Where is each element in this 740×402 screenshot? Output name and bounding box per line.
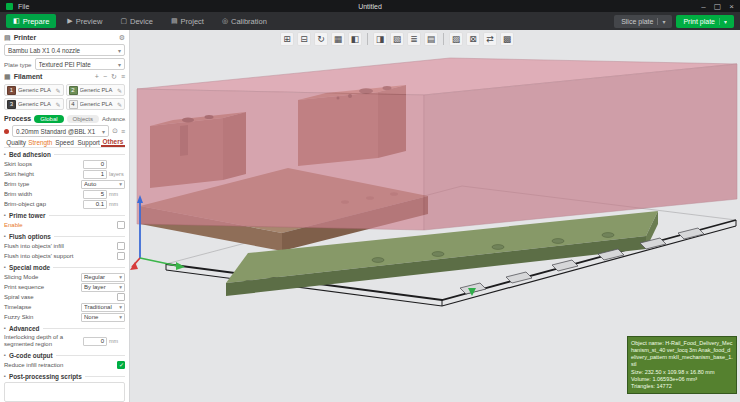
timelapse-select[interactable]: Traditional▾ — [81, 303, 125, 312]
printer-select[interactable]: Bambu Lab X1 0.4 nozzle ▾ — [4, 44, 125, 56]
filament-section-header: ▦ Filament + − ↻ ≡ — [4, 71, 125, 82]
group-title: Advanced — [9, 325, 40, 332]
search-icon[interactable]: ⊙ — [112, 127, 118, 135]
remove-filament-button[interactable]: − — [103, 73, 107, 81]
edit-filament-icon[interactable]: ✎ — [55, 87, 60, 94]
setting-label: Slicing Mode — [4, 274, 79, 281]
close-button[interactable]: × — [729, 2, 734, 11]
tooltip-triangles: Triangles: 14772 — [631, 383, 733, 390]
setting-label: Brim width — [4, 191, 81, 198]
setting-label: Brim type — [4, 181, 79, 188]
filament-slot-1[interactable]: 1 Generic PLA ✎ — [4, 84, 64, 96]
support-paint-icon[interactable]: ▤ — [424, 32, 438, 46]
add-filament-button[interactable]: + — [95, 73, 99, 81]
printer-settings-icon[interactable]: ⚙ — [119, 34, 125, 42]
preset-modified-dot — [4, 129, 9, 134]
filament-slot-2[interactable]: 2 Generic PLA ✎ — [66, 84, 126, 96]
pink-modifier-object[interactable] — [137, 58, 737, 230]
skirt-height-input[interactable]: 1 — [83, 170, 107, 179]
group-title: Bed adhesion — [9, 151, 51, 158]
filament-color-swatch: 1 — [7, 86, 16, 95]
file-menu[interactable]: File — [18, 3, 29, 10]
split-objects-icon[interactable]: ◧ — [348, 32, 362, 46]
process-preset-select[interactable]: 0.20mm Standard @BBL X1 ▾ — [12, 125, 109, 137]
print-plate-button[interactable]: Print plate ▾ — [676, 15, 734, 28]
group-prime-tower: ▪ Prime tower — [4, 210, 125, 220]
prime-tower-enable-checkbox[interactable] — [117, 221, 125, 229]
auto-orient-icon[interactable]: ↻ — [314, 32, 328, 46]
filament-color-swatch: 3 — [7, 100, 16, 109]
plate-type-select[interactable]: Textured PEI Plate ▾ — [35, 58, 125, 70]
chevron-down-icon: ▾ — [119, 304, 122, 310]
group-icon: ▪ — [4, 212, 6, 218]
filament-slot-4[interactable]: 4 Generic PLA ✎ — [66, 98, 126, 110]
filament-list-icon[interactable]: ≡ — [121, 73, 125, 81]
skirt-loops-input[interactable]: 0 — [83, 160, 107, 169]
flush-support-checkbox[interactable] — [117, 252, 125, 260]
printer-icon: ▤ — [4, 34, 11, 42]
select-value: By layer — [84, 284, 119, 290]
unit-label: layers — [109, 171, 125, 177]
measure-icon[interactable]: ⇄ — [483, 32, 497, 46]
brim-object-gap-input[interactable]: 0.1 — [83, 200, 107, 209]
filament-slot-3[interactable]: 3 Generic PLA ✎ — [4, 98, 64, 110]
chevron-down-icon: ▾ — [119, 314, 122, 320]
plate-type-value: Textured PEI Plate — [39, 61, 118, 68]
tab-support[interactable]: Support — [77, 139, 101, 146]
setting-label: Fuzzy Skin — [4, 314, 79, 321]
interlocking-depth-input[interactable]: 0 — [83, 337, 107, 346]
group-icon: ▪ — [4, 352, 6, 358]
tab-quality[interactable]: Quality — [4, 139, 28, 146]
tab-project[interactable]: ▤ Project — [164, 14, 211, 28]
tab-preview[interactable]: ▶ Preview — [60, 14, 109, 28]
assembly-view-icon[interactable]: ▩ — [500, 32, 514, 46]
group-title: Flush options — [9, 233, 51, 240]
process-global-toggle[interactable]: Global — [34, 115, 63, 123]
fuzzy-skin-select[interactable]: None▾ — [81, 313, 125, 322]
tab-prepare[interactable]: ◧ Prepare — [6, 14, 56, 28]
setting-label: Skirt loops — [4, 161, 81, 168]
split-parts-icon[interactable]: ◨ — [373, 32, 387, 46]
tab-speed[interactable]: Speed — [52, 139, 76, 146]
tab-calibration[interactable]: ◎ Calibration — [215, 14, 274, 28]
process-objects-toggle[interactable]: Objects — [67, 115, 99, 123]
tab-others[interactable]: Others — [101, 138, 125, 147]
viewport-toolbar: ⊞ ⊟ ↻ ▦ ◧ ◨ ▧ ≣ ▤ ▨ ⊠ ⇄ ▩ — [280, 32, 514, 46]
add-plate-icon[interactable]: ⊟ — [297, 32, 311, 46]
brim-type-select[interactable]: Auto▾ — [81, 180, 125, 189]
variable-layer-height-icon[interactable]: ≣ — [407, 32, 421, 46]
flush-infill-checkbox[interactable] — [117, 242, 125, 250]
edit-filament-icon[interactable]: ✎ — [117, 87, 122, 94]
viewport-3d[interactable]: ⊞ ⊟ ↻ ▦ ◧ ◨ ▧ ≣ ▤ ▨ ⊠ ⇄ ▩ — [130, 30, 740, 402]
seam-paint-icon[interactable]: ▨ — [449, 32, 463, 46]
tab-device[interactable]: ▢ Device — [113, 14, 160, 28]
device-icon: ▢ — [120, 17, 127, 25]
sync-filament-icon[interactable]: ↻ — [111, 73, 117, 81]
maximize-button[interactable]: ▢ — [714, 2, 722, 11]
post-processing-scripts-input[interactable] — [4, 382, 125, 402]
brim-width-input[interactable]: 5 — [83, 190, 107, 199]
chevron-down-icon: ▾ — [719, 18, 727, 25]
arrange-icon[interactable]: ▦ — [331, 32, 345, 46]
text-shape-icon[interactable]: ⊠ — [466, 32, 480, 46]
preset-menu-icon[interactable]: ≡ — [121, 128, 125, 135]
tab-label: Prepare — [23, 17, 50, 26]
printer-header-label: Printer — [14, 34, 37, 41]
print-sequence-select[interactable]: By layer▾ — [81, 283, 125, 292]
slicing-mode-select[interactable]: Regular▾ — [81, 273, 125, 282]
slice-plate-button[interactable]: Slice plate ▾ — [614, 15, 672, 28]
minimize-button[interactable]: – — [701, 2, 705, 11]
tab-strength[interactable]: Strength — [28, 139, 52, 146]
group-icon: ▪ — [4, 233, 6, 239]
edit-filament-icon[interactable]: ✎ — [117, 101, 122, 108]
reduce-infill-retraction-checkbox[interactable] — [117, 361, 125, 369]
setting-label: Enable — [4, 222, 115, 229]
printer-name: Bambu Lab X1 0.4 nozzle — [8, 47, 118, 54]
fill-color-icon[interactable]: ▧ — [390, 32, 404, 46]
setting-label: Brim-object gap — [4, 201, 81, 208]
edit-filament-icon[interactable]: ✎ — [55, 101, 60, 108]
group-title: Special mode — [9, 264, 50, 271]
tooltip-size: Size: 232.50 x 109.98 x 16.80 mm — [631, 369, 733, 376]
spiral-vase-checkbox[interactable] — [117, 293, 125, 301]
add-icon[interactable]: ⊞ — [280, 32, 294, 46]
